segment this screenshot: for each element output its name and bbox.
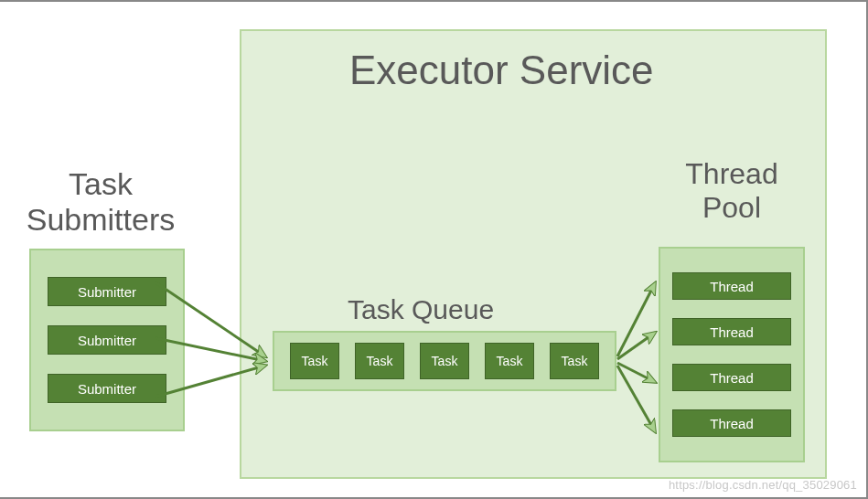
thread-pool-panel: Thread Thread Thread Thread [659, 247, 805, 462]
task-box: Task [355, 343, 404, 379]
thread-pool-title: ThreadPool [659, 157, 805, 225]
thread-box: Thread [672, 364, 791, 391]
watermark: https://blog.csdn.net/qq_35029061 [669, 478, 857, 492]
submitter-box: Submitter [48, 374, 166, 403]
task-queue-panel: Task Task Task Task Task [273, 331, 616, 391]
task-box: Task [420, 343, 469, 379]
submitter-box: Submitter [48, 325, 166, 355]
thread-box: Thread [672, 318, 791, 345]
thread-box: Thread [672, 272, 791, 300]
thread-box: Thread [672, 409, 791, 437]
task-box: Task [485, 343, 534, 379]
task-queue-title: Task Queue [348, 294, 494, 325]
submitter-box: Submitter [48, 277, 166, 306]
task-box: Task [550, 343, 599, 379]
task-box: Task [290, 343, 339, 379]
executor-service-title: Executor Service [349, 48, 654, 93]
submitters-panel: Submitter Submitter Submitter [29, 249, 185, 431]
task-submitters-title: TaskSubmitters [9, 166, 192, 238]
